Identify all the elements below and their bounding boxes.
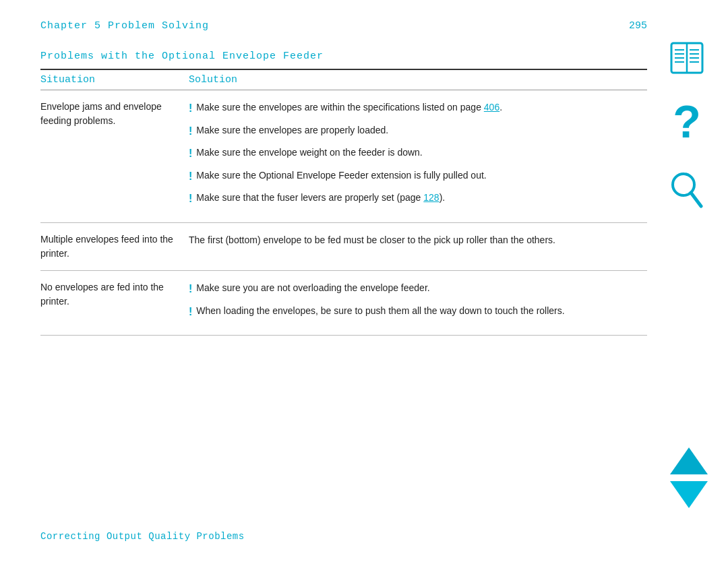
bullet-item: ! Make sure the Optional Envelope Feeder… bbox=[189, 168, 647, 185]
situation-cell: Envelope jams and envelope feeding probl… bbox=[40, 100, 189, 213]
situation-cell: Multiple envelopes feed into the printer… bbox=[40, 232, 189, 261]
bullet-item: ! Make sure the envelopes are properly l… bbox=[189, 123, 647, 140]
book-icon[interactable] bbox=[666, 40, 708, 80]
table-header-row: Situation Solution bbox=[40, 70, 647, 90]
correcting-output-link[interactable]: Correcting Output Quality Problems bbox=[40, 531, 245, 542]
chapter-header: Chapter 5 Problem Solving 295 bbox=[40, 20, 647, 32]
bullet-item: ! Make sure the envelopes are within the… bbox=[189, 100, 647, 117]
bullet-text: Make sure you are not overloading the en… bbox=[196, 280, 647, 298]
bullet-text: Make sure the envelopes are within the s… bbox=[196, 100, 647, 117]
svg-text:?: ? bbox=[673, 100, 701, 147]
page-link-128[interactable]: 128 bbox=[423, 192, 439, 203]
bullet-mark: ! bbox=[189, 123, 192, 140]
section-title: Problems with the Optional Envelope Feed… bbox=[40, 51, 647, 62]
solution-cell: ! Make sure the envelopes are within the… bbox=[189, 100, 647, 213]
bullet-text: Make sure the envelope weight on the fee… bbox=[196, 145, 647, 162]
bullet-mark: ! bbox=[189, 280, 192, 298]
bullet-item: ! Make sure you are not overloading the … bbox=[189, 280, 647, 298]
bullet-item: ! Make sure that the fuser levers are pr… bbox=[189, 190, 647, 208]
question-icon[interactable]: ? bbox=[670, 100, 704, 151]
nav-arrows bbox=[670, 447, 708, 508]
down-arrow-icon[interactable] bbox=[670, 481, 708, 508]
svg-line-12 bbox=[691, 193, 701, 206]
problems-table: Situation Solution Envelope jams and env… bbox=[40, 69, 647, 336]
bullet-text: When loading the envelopes, be sure to p… bbox=[196, 303, 647, 321]
bullet-item: ! When loading the envelopes, be sure to… bbox=[189, 303, 647, 321]
page-number: 295 bbox=[629, 20, 647, 32]
bullet-mark: ! bbox=[189, 190, 192, 208]
page-link-406[interactable]: 406 bbox=[484, 102, 499, 113]
footer-link[interactable]: Correcting Output Quality Problems bbox=[40, 531, 245, 542]
bullet-text: Make sure the Optional Envelope Feeder e… bbox=[196, 168, 647, 185]
bullet-mark: ! bbox=[189, 303, 192, 321]
bullet-text: Make sure the envelopes are properly loa… bbox=[196, 123, 647, 140]
table-row: Envelope jams and envelope feeding probl… bbox=[40, 90, 647, 223]
bullet-item: ! Make sure the envelope weight on the f… bbox=[189, 145, 647, 162]
bullet-mark: ! bbox=[189, 145, 192, 162]
up-arrow-icon[interactable] bbox=[670, 447, 708, 474]
main-content: Chapter 5 Problem Solving 295 Problems w… bbox=[40, 20, 647, 336]
situation-cell: No envelopes are fed into the printer. bbox=[40, 280, 189, 325]
search-icon[interactable] bbox=[669, 171, 705, 215]
bullet-mark: ! bbox=[189, 100, 192, 117]
bullet-text: Make sure that the fuser levers are prop… bbox=[196, 190, 647, 208]
chapter-title: Chapter 5 Problem Solving bbox=[40, 20, 209, 32]
bullet-mark: ! bbox=[189, 168, 192, 185]
situation-column-header: Situation bbox=[40, 74, 189, 86]
solution-cell: ! Make sure you are not overloading the … bbox=[189, 280, 647, 325]
sidebar-icons: ? bbox=[666, 40, 708, 215]
solution-cell: The first (bottom) envelope to be fed mu… bbox=[189, 232, 647, 261]
table-row: Multiple envelopes feed into the printer… bbox=[40, 223, 647, 271]
table-row: No envelopes are fed into the printer. !… bbox=[40, 271, 647, 336]
solution-column-header: Solution bbox=[189, 74, 647, 86]
